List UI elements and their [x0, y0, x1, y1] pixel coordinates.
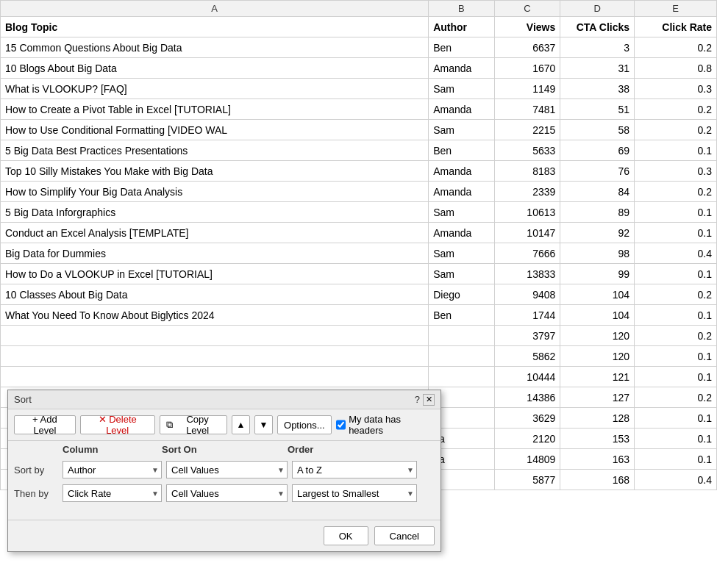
table-row: 5 Big Data Best Practices PresentationsB… [1, 140, 717, 161]
cell-r21-c3: 14809 [494, 449, 560, 470]
cell-r17-c5: 0.1 [635, 367, 717, 387]
cell-r16-c2 [429, 346, 495, 367]
dialog-body: + Add Level ✕ Delete Level ⧉ Copy Level … [8, 409, 440, 551]
cell-r8-c1: How to Simplify Your Big Data Analysis [1, 182, 429, 202]
options-button[interactable]: Options... [277, 415, 332, 434]
cell-r18-c3: 14386 [494, 387, 560, 408]
cell-r6-c4: 69 [560, 140, 635, 161]
cell-r9-c1: 5 Big Data Inforgraphics [1, 202, 429, 223]
cell-r4-c1: How to Create a Pivot Table in Excel [TU… [1, 99, 429, 120]
cell-r6-c3: 5633 [494, 140, 560, 161]
move-down-button[interactable]: ▼ [254, 415, 273, 434]
col-header-order: Order [288, 444, 413, 455]
cell-r5-c5: 0.2 [635, 120, 717, 140]
table-row: 15 Common Questions About Big DataBen663… [1, 37, 717, 58]
col-headers-row: Column Sort On Order [8, 441, 440, 458]
cell-r14-c1: What You Need To Know About Biglytics 20… [1, 305, 429, 326]
ok-button[interactable]: OK [324, 526, 368, 545]
close-button[interactable]: ✕ [423, 394, 435, 406]
cell-r10-c2: Amanda [429, 223, 495, 243]
cell-r12-c1: How to Do a VLOOKUP in Excel [TUTORIAL] [1, 264, 429, 284]
table-row: 5 Big Data InforgraphicsSam10613890.1 [1, 202, 717, 223]
headers-checkbox[interactable] [336, 420, 346, 430]
cell-r9-c3: 10613 [494, 202, 560, 223]
dialog-footer: OK Cancel [8, 520, 440, 551]
cell-r3-c5: 0.3 [635, 79, 717, 99]
cell-r19-c5: 0.1 [635, 408, 717, 429]
sort-row-1: Sort by Author Blog Topic Views CTA Clic… [8, 458, 440, 481]
then-by-order-wrapper: Largest to Smallest Smallest to Largest [292, 484, 417, 502]
cell-r8-c5: 0.2 [635, 182, 717, 202]
help-icon[interactable]: ? [415, 394, 420, 405]
cell-r9-c4: 89 [560, 202, 635, 223]
cell-r3-c2: Sam [429, 79, 495, 99]
dialog-titlebar: Sort ? ✕ [8, 390, 440, 409]
cell-r14-c3: 1744 [494, 305, 560, 326]
copy-level-label: Copy Level [175, 414, 221, 436]
move-up-button[interactable]: ▲ [232, 415, 250, 434]
sort-by-order-select[interactable]: A to Z Z to A [292, 461, 417, 478]
cell-r10-c5: 0.1 [635, 223, 717, 243]
cell-r10-c3: 10147 [494, 223, 560, 243]
cell-r21-c4: 163 [560, 449, 635, 470]
cell-r13-c4: 104 [560, 284, 635, 305]
cancel-button[interactable]: Cancel [374, 526, 435, 545]
cell-r1-c1: 15 Common Questions About Big Data [1, 37, 429, 58]
then-by-column-wrapper: Click Rate Blog Topic Author Views CTA C… [63, 484, 162, 502]
table-row: 104441210.1 [1, 367, 717, 387]
copy-level-icon: ⧉ [166, 419, 173, 431]
table-row: Big Data for DummiesSam7666980.4 [1, 243, 717, 264]
dialog-title: Sort [14, 394, 32, 405]
cell-r12-c3: 13833 [494, 264, 560, 284]
cell-r18-c4: 127 [560, 387, 635, 408]
table-row: How to Do a VLOOKUP in Excel [TUTORIAL]S… [1, 264, 717, 284]
then-by-order-select[interactable]: Largest to Smallest Smallest to Largest [292, 484, 417, 502]
cell-r13-c5: 0.2 [635, 284, 717, 305]
cell-r11-c3: 7666 [494, 243, 560, 264]
then-by-sorton-select[interactable]: Cell Values Cell Color Font Color [166, 484, 288, 502]
sort-dialog: Sort ? ✕ + Add Level ✕ Delete Level ⧉ Co… [7, 390, 441, 552]
cell-r2-c2: Amanda [429, 58, 495, 79]
cell-r3-c1: What is VLOOKUP? [FAQ] [1, 79, 429, 99]
table-row: How to Create a Pivot Table in Excel [TU… [1, 99, 717, 120]
add-level-button[interactable]: + Add Level [14, 415, 76, 434]
copy-level-button[interactable]: ⧉ Copy Level [160, 415, 227, 434]
cell-r11-c2: Sam [429, 243, 495, 264]
cell-r4-c5: 0.2 [635, 99, 717, 120]
cell-r12-c4: 99 [560, 264, 635, 284]
cell-r7-c5: 0.3 [635, 161, 717, 182]
col-header-b: B [429, 1, 495, 17]
cell-r16-c1 [1, 346, 429, 367]
cell-r7-c2: Amanda [429, 161, 495, 182]
then-by-label: Then by [14, 488, 58, 499]
cell-r3-c4: 38 [560, 79, 635, 99]
cell-r2-c4: 31 [560, 58, 635, 79]
sort-by-sorton-select[interactable]: Cell Values Cell Color Font Color [166, 461, 288, 478]
cell-r4-c3: 7481 [494, 99, 560, 120]
sort-by-column-select[interactable]: Author Blog Topic Views CTA Clicks Click… [63, 461, 162, 478]
cell-r16-c4: 120 [560, 346, 635, 367]
cell-r3-c3: 1149 [494, 79, 560, 99]
delete-level-button[interactable]: ✕ Delete Level [80, 415, 155, 434]
header-author: Author [429, 17, 495, 37]
cell-r5-c4: 58 [560, 120, 635, 140]
cell-r1-c2: Ben [429, 37, 495, 58]
cell-r6-c2: Ben [429, 140, 495, 161]
cell-r17-c3: 10444 [494, 367, 560, 387]
cell-r15-c3: 3797 [494, 326, 560, 346]
cell-r14-c4: 104 [560, 305, 635, 326]
cell-r2-c3: 1670 [494, 58, 560, 79]
header-click-rate: Click Rate [635, 17, 717, 37]
cell-r6-c1: 5 Big Data Best Practices Presentations [1, 140, 429, 161]
then-by-column-select[interactable]: Click Rate Blog Topic Author Views CTA C… [63, 484, 162, 502]
cell-r7-c3: 8183 [494, 161, 560, 182]
cell-r10-c4: 92 [560, 223, 635, 243]
cell-r9-c5: 0.1 [635, 202, 717, 223]
cell-r12-c5: 0.1 [635, 264, 717, 284]
cell-r14-c2: Ben [429, 305, 495, 326]
cell-r15-c1 [1, 326, 429, 346]
cell-r8-c3: 2339 [494, 182, 560, 202]
col-header-column: Column [14, 444, 157, 455]
cell-r1-c3: 6637 [494, 37, 560, 58]
table-row: How to Simplify Your Big Data AnalysisAm… [1, 182, 717, 202]
